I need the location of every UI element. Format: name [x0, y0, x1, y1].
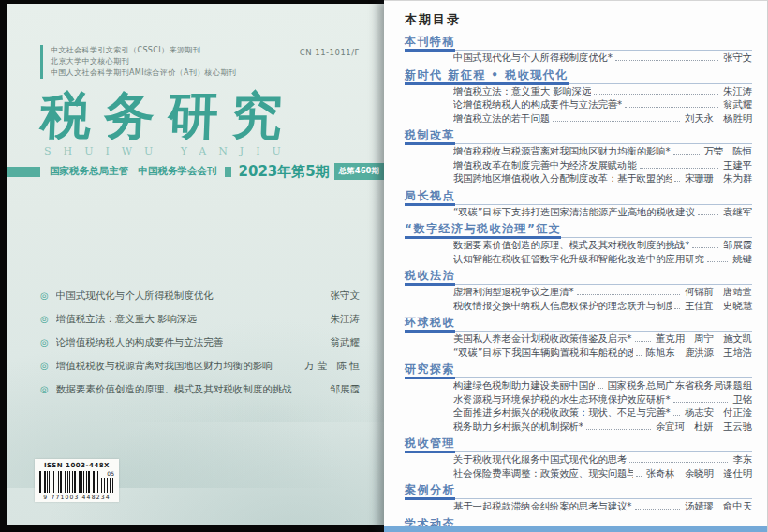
dotted-leader: [673, 415, 680, 416]
dotted-leader: [698, 214, 718, 215]
barcode-side: 05: [101, 471, 114, 493]
toc-entry-title: 增值税改革在制度完善中为经济发展赋动能: [453, 158, 637, 172]
article-authors: 朱江涛: [331, 307, 361, 330]
toc-section-title: 局长视点: [405, 188, 455, 206]
toc-section-header: 本刊特稿: [405, 33, 752, 51]
toc-page: 本期目录 本刊特稿中国式现代化与个人所得税制度优化*张守文新时代 新征程 • 税…: [384, 0, 768, 532]
toc-entry: “双碳”目标下支持打造国家清洁能源产业高地的税收建议袁继军: [405, 205, 752, 219]
dotted-leader: [674, 308, 680, 309]
circle-bullet-icon: ◎: [40, 378, 49, 401]
dotted-leader: [629, 462, 728, 463]
toc-entry-authors: 国家税务总局广东省税务局课题组: [608, 378, 752, 392]
barcode-digits: 9 771003 448234: [39, 494, 114, 500]
toc-section-header: 新时代 新征程 • 税收现代化: [405, 66, 752, 84]
toc-section-title: 研究探索: [405, 362, 455, 379]
toc-entry-authors: 朱江涛: [723, 84, 752, 98]
band-bar: [225, 167, 231, 177]
toc-entry: 中国式现代化与个人所得税制度优化*张守文: [405, 51, 752, 65]
toc-entry-title: 税收情报交换中纳税人信息权保护的理念跃升与制度调适*: [453, 299, 672, 313]
dotted-leader: [594, 94, 718, 95]
dotted-leader: [577, 294, 680, 295]
toc-entry: 我国跨地区增值税收入分配制度改革：基于欧盟的经验借鉴*宋珊珊 朱为群: [405, 171, 752, 185]
toc-section-title: 税收法治: [405, 268, 455, 286]
publisher-text: 国家税务总局主管 中国税务学会会刊: [50, 165, 217, 178]
toc-entry-authors: 万莹 陈恒: [704, 144, 752, 158]
band-bar: [7, 167, 40, 177]
issue-label: 2023年第5期: [239, 163, 330, 181]
article-authors: 邹展霞: [331, 377, 361, 400]
toc-entry-title: 社会保险费率调整：政策效应、现实问题与优化建议*: [453, 466, 633, 480]
toc-entry-title: “双碳”目标下我国车辆购置税和车船税的改革建议：国际经验与借鉴*: [453, 346, 633, 360]
toc-entry: 社会保险费率调整：政策效应、现实问题与优化建议*张奇林 余晓明 逄仕明: [405, 466, 752, 480]
circle-bullet-icon: ◎: [40, 308, 49, 331]
dotted-leader: [636, 476, 642, 477]
barcode-row: 05: [39, 471, 114, 493]
toc-entry: 水资源税与环境保护税的水生态环境保护效应研析*卫铭: [405, 392, 752, 406]
accreditation-text: 中文社会科学引文索引（CSSCI）来源期刊: [51, 45, 236, 56]
accreditation-list: 中文社会科学引文索引（CSSCI）来源期刊北京大学中文核心期刊中国人文社会科学期…: [51, 45, 236, 79]
toc-section-header: 案例分析: [405, 481, 752, 499]
cover-featured-item: ◎增值税税收与税源背离对我国地区财力均衡的影响万 莹 陈 恒: [40, 354, 360, 377]
dotted-leader: [673, 154, 700, 155]
dotted-leader: [640, 168, 718, 169]
article-title: 增值税立法：意义重大 影响深远: [56, 307, 197, 330]
cover-featured-list: ◎中国式现代化与个人所得税制度优化张守文◎增值税立法：意义重大 影响深远朱江涛◎…: [40, 284, 360, 401]
toc-entry-title: 中国式现代化与个人所得税制度优化*: [453, 51, 613, 65]
toc-section-header: 环球税收: [405, 314, 752, 332]
toc-entry-authors: 姚键: [732, 252, 752, 266]
toc-entry: 增值税税收与税源背离对我国地区财力均衡的影响*万莹 陈恒: [405, 144, 752, 158]
toc-entry-authors: 张奇林 余晓明 逄仕明: [646, 466, 752, 480]
toc-entry-authors: 董克用 周宁 施文凯: [656, 332, 752, 346]
toc-section-header: 局长视点: [405, 187, 752, 205]
issue-total-badge: 总第460期: [334, 163, 384, 180]
toc-page-title: 本期目录: [405, 11, 752, 28]
article-title: 中国式现代化与个人所得税制度优化: [56, 284, 214, 306]
toc-entry-title: 数据要素价值创造的原理、模式及其对税收制度的挑战*: [453, 238, 689, 252]
toc-entry-authors: 余宜珂 杜妍 王云驰: [656, 420, 752, 434]
barcode-corner-number: 05: [101, 471, 114, 477]
toc-section-title: 新时代 新征程 • 税收现代化: [405, 67, 569, 85]
journal-cover: 中文社会科学引文索引（CSSCI）来源期刊北京大学中文核心期刊中国人文社会科学期…: [0, 0, 384, 532]
toc-entry: 税务助力乡村振兴的机制探析*余宜珂 杜妍 王云驰: [405, 420, 752, 434]
toc-entry-title: “双碳”目标下支持打造国家清洁能源产业高地的税收建议: [453, 205, 695, 219]
toc-entry-title: 美国私人养老金计划税收政策借鉴及启示*: [453, 332, 632, 346]
cover-featured-item: ◎论增值税纳税人的构成要件与立法完善翁武耀: [40, 331, 360, 354]
dotted-leader: [625, 107, 718, 108]
toc-entry-title: 关于税收现代化服务中国式现代化的思考: [453, 452, 627, 466]
circle-bullet-icon: ◎: [40, 285, 49, 307]
dotted-leader: [636, 355, 642, 356]
toc-entry-authors: 翁武耀: [723, 97, 752, 111]
dotted-leader: [674, 181, 680, 182]
toc-entry-title: 基于一起税款滞纳金纠纷案的思考与建议*: [453, 499, 632, 513]
dotted-leader: [707, 261, 729, 262]
toc-entry: 增值税改革在制度完善中为经济发展赋动能王建平: [405, 158, 752, 172]
toc-entry-title: 论增值税纳税人的构成要件与立法完善*: [453, 97, 622, 111]
toc-section-title: 税制改革: [405, 127, 455, 145]
article-authors: 张守文: [331, 284, 361, 306]
toc-entry-title: 认知智能在税收征管数字化升级和智能化改造中的应用研究: [453, 252, 704, 266]
toc-entry: 虚增利润型退税争议之厘清*何锦前 唐靖萱: [405, 285, 752, 299]
toc-entry-authors: 宋珊珊 朱为群: [685, 171, 752, 185]
toc-section-header: 税制改革: [405, 126, 752, 144]
toc-entry-authors: 张守文: [723, 51, 752, 65]
toc-entry: “双碳”目标下我国车辆购置税和车船税的改革建议：国际经验与借鉴*陈旭东 鹿洪源 …: [405, 346, 752, 360]
cover-featured-item: ◎中国式现代化与个人所得税制度优化张守文: [40, 284, 360, 307]
toc-entry-title: 我国跨地区增值税收入分配制度改革：基于欧盟的经验借鉴*: [453, 171, 672, 185]
toc-section-title: “数字经济与税收治理”征文: [405, 221, 561, 239]
toc-section-header: 税收管理: [405, 435, 752, 452]
article-title: 增值税税收与税源背离对我国地区财力均衡的影响: [56, 354, 273, 377]
toc-entry: 增值税立法的若干问题刘天永 杨胜明: [405, 111, 752, 126]
accent-bar: [40, 45, 43, 79]
toc-section-title: 本刊特稿: [405, 34, 455, 52]
accreditation-block: 中文社会科学引文索引（CSSCI）来源期刊北京大学中文核心期刊中国人文社会科学期…: [40, 45, 236, 79]
toc-entry-authors: 王建平: [723, 158, 752, 172]
toc-entry: 论增值税纳税人的构成要件与立法完善*翁武耀: [405, 97, 752, 111]
dotted-leader: [598, 388, 603, 389]
cover-featured-item: ◎数据要素价值创造的原理、模式及其对税收制度的挑战邹展霞: [40, 377, 360, 401]
toc-entry-authors: 杨志安 付正淦: [685, 406, 752, 420]
circle-bullet-icon: ◎: [40, 332, 49, 354]
toc-entry: 税收情报交换中纳税人信息权保护的理念跃升与制度调适*王佳宜 史晓慧: [405, 299, 752, 313]
barcode-block: ISSN 1003-448X 05 9 771003 448234: [35, 459, 119, 502]
toc-entry-title: 全面推进乡村振兴的税收政策：现状、不足与完善*: [453, 406, 671, 420]
toc-entry-authors: 李东: [732, 452, 752, 466]
